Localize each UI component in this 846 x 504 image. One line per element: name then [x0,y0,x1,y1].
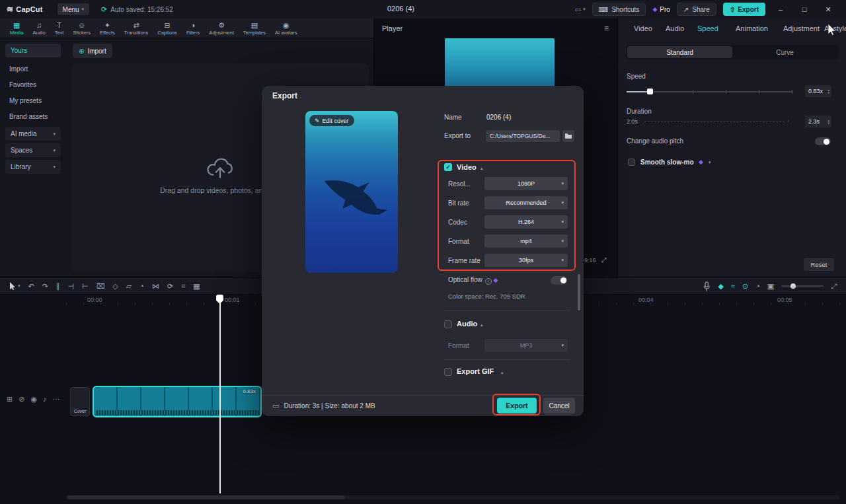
speed-slider[interactable] [627,91,793,92]
rotate-button[interactable]: ⟳ [167,282,173,291]
close-button[interactable]: ✕ [820,5,837,14]
optical-flow-toggle[interactable] [551,276,568,285]
mute-track-icon[interactable]: ♪ [43,395,47,404]
playhead-line[interactable] [219,295,221,493]
share-button[interactable]: ↗ Share [677,3,716,16]
lock-track-icon[interactable]: ⊘ [19,395,24,404]
sidebar-item-import[interactable]: Import [9,65,28,73]
delete-button[interactable]: ⌧ [96,282,105,291]
dialog-scrollbar[interactable] [578,274,580,310]
record-voiceover-icon[interactable] [703,281,711,291]
background-button[interactable]: ▦ [193,282,200,291]
reset-button[interactable]: Reset [804,258,834,271]
name-value[interactable]: 0206 (4) [486,114,511,121]
cover-chip[interactable]: Cover [70,387,90,416]
export-confirm-button[interactable]: Export [497,398,537,414]
split-button[interactable]: ∥ [56,282,60,291]
player-menu-icon[interactable]: ≡ [604,24,609,33]
zoom-fit-icon[interactable]: ⤢ [831,282,837,291]
tab-ai-avatars[interactable]: ◉AI avatars [270,21,302,36]
chevron-down-icon[interactable]: ▾ [709,160,711,165]
minimize-button[interactable]: – [772,5,789,13]
freeze-frame-button[interactable]: ◔ [139,282,144,290]
smooth-slowmo-checkbox[interactable] [628,159,635,166]
select-tool-button[interactable]: ▾ [9,282,20,290]
chevron-up-icon[interactable]: ▴ [501,370,504,375]
pro-badge[interactable]: ◆ Pro [652,6,670,13]
hide-track-icon[interactable]: ◉ [30,395,37,404]
hscrollbar-thumb[interactable] [67,495,345,499]
tab-effects[interactable]: ✦Effects [95,21,120,36]
sidebar-item-brand-assets[interactable]: Brand assets [9,113,48,120]
tab-text[interactable]: TText [50,21,69,36]
more-options-icon[interactable]: ⋯ [53,395,60,404]
snapshot-icon[interactable]: ▣ [767,282,774,291]
trim-left-button[interactable]: ⊣ [67,282,74,291]
sidebar-item-ai-media[interactable]: AI media▾ [5,127,61,141]
tab-transitions[interactable]: ⇄Transitions [120,21,153,36]
video-clip[interactable]: 0.83x [93,386,262,417]
display-mode-button[interactable]: ▭ ▾ [575,6,586,13]
auto-snap-toggle-icon[interactable]: ≈ [731,282,735,290]
tab-adjustment[interactable]: ⚙Adjustment [204,21,239,36]
shortcuts-button[interactable]: ⌨ Shortcuts [592,3,646,16]
timeline-hscrollbar[interactable] [66,495,839,499]
bitrate-dropdown[interactable]: Recommended▾ [484,196,568,209]
maximize-button[interactable]: □ [796,5,813,13]
zoom-slider-handle[interactable] [790,283,796,289]
sidebar-item-my-presets[interactable]: My presets [9,97,42,104]
duration-track[interactable] [644,122,785,122]
codec-dropdown[interactable]: H.264▾ [484,215,568,229]
speed-value-stepper[interactable]: 0.83x ▴▾ [805,85,831,97]
import-media-button[interactable]: ⊕ Import [73,44,112,58]
sidebar-item-yours[interactable]: Yours [5,44,61,57]
mask-button[interactable]: ◇ [112,282,118,291]
video-section-checkbox[interactable]: ✓ [444,163,452,171]
chevron-up-icon[interactable]: ▴ [481,322,483,328]
tab-filters[interactable]: ◑Filters [182,21,204,36]
tab-audio[interactable]: ♫Audio [28,21,50,36]
sidebar-item-favorites[interactable]: Favorites [9,81,36,89]
tab-captions[interactable]: ⊟Captions [153,21,182,36]
speed-slider-handle[interactable] [647,89,653,94]
gif-section-checkbox[interactable] [444,368,452,376]
menu-button[interactable]: Menu ▾ [58,3,90,15]
browse-folder-button[interactable] [562,130,574,142]
shape-button[interactable]: ▱ [126,282,132,291]
fullscreen-icon[interactable]: ⤢ [601,256,607,264]
export-path-field[interactable]: C:/Users/TOPGUS/De... [486,130,560,142]
props-tab-adjustment[interactable]: Adjustment [783,24,820,32]
props-tab-speed[interactable]: Speed [697,24,718,32]
stepper-arrows-icon[interactable]: ▴▾ [827,119,829,125]
crop-button[interactable]: ⌗ [181,282,185,291]
cancel-button[interactable]: Cancel [543,398,575,414]
framerate-dropdown[interactable]: 30fps▾ [484,254,568,267]
pitch-toggle[interactable] [815,137,831,145]
format-dropdown[interactable]: mp4▾ [484,234,568,248]
audio-section-checkbox[interactable] [444,320,452,328]
segment-curve[interactable]: Curve [732,46,837,58]
props-tab-audio[interactable]: Audio [666,24,684,32]
sidebar-item-library[interactable]: Library▾ [5,160,61,174]
expand-tracks-icon[interactable]: ⊞ [7,395,13,404]
tab-stickers[interactable]: ☺Stickers [68,21,95,36]
segment-standard[interactable]: Standard [627,46,732,58]
tab-templates[interactable]: ▤Templates [239,21,270,36]
export-top-button[interactable]: ⇧ Export [723,3,765,16]
sidebar-item-spaces[interactable]: Spaces▾ [5,143,61,157]
stepper-arrows-icon[interactable]: ▴▾ [827,89,829,94]
mirror-button[interactable]: ⋈ [152,282,159,291]
duration-value-stepper[interactable]: 2.3s ▴▾ [805,116,831,127]
trim-right-button[interactable]: ⊢ [82,282,89,291]
chevron-up-icon[interactable]: ▴ [481,166,483,171]
edit-cover-button[interactable]: ✎ Edit cover [309,115,354,126]
redo-button[interactable]: ↷ [42,282,48,291]
undo-button[interactable]: ↶ [28,282,34,291]
props-tab-video[interactable]: Video [634,24,652,32]
tab-media[interactable]: ▦Media [5,21,28,36]
timeline-zoom-slider[interactable] [781,285,824,287]
resolution-dropdown[interactable]: 1080P▾ [484,177,568,190]
aspect-ratio-label[interactable]: 9:16 [584,257,596,264]
link-preview-toggle-icon[interactable]: ⊙ [742,282,748,291]
props-tab-animation[interactable]: Animation [736,24,768,32]
